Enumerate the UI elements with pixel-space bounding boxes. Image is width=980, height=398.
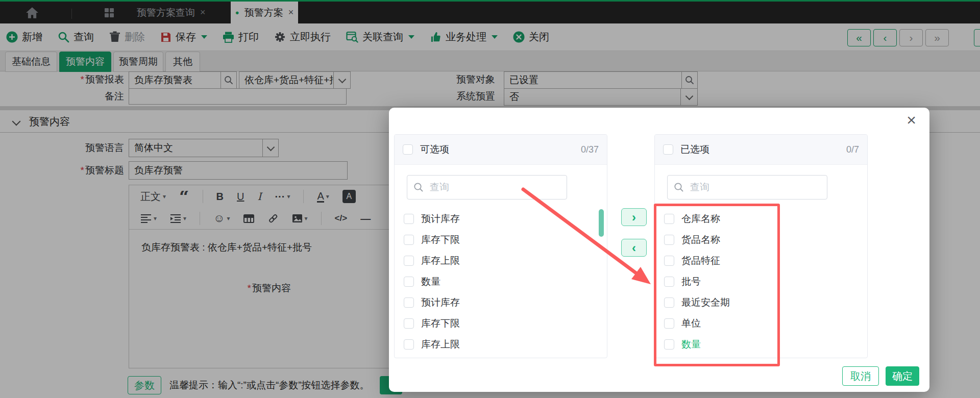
list-item[interactable]: 数量 <box>395 271 607 292</box>
selected-panel-header: 已选项 0/7 <box>655 135 867 165</box>
item-label: 最近安全期 <box>681 296 730 309</box>
field-select-dialog: × 可选项 0/37 预计库存 库存下限 库存上限 数量 预计库存 库存下限 库… <box>389 108 929 392</box>
screen: 预警方案查询 × ● 预警方案 × 新增 查询 删除 保 <box>0 0 980 398</box>
item-label: 仓库名称 <box>681 212 720 226</box>
list-item[interactable]: 库存上限 <box>395 334 607 355</box>
checkbox[interactable] <box>664 339 674 350</box>
checkbox[interactable] <box>664 277 674 287</box>
available-panel-header: 可选项 0/37 <box>395 135 607 165</box>
checkbox[interactable] <box>664 214 674 224</box>
item-label: 货品名称 <box>681 233 720 246</box>
list-item[interactable]: 货品特征 <box>655 250 867 271</box>
selected-panel-title: 已选项 <box>680 143 709 156</box>
checkbox[interactable] <box>664 256 674 266</box>
list-item[interactable]: 批号 <box>655 271 867 292</box>
checkbox[interactable] <box>404 256 414 266</box>
checkbox[interactable] <box>664 235 674 245</box>
list-item[interactable]: 数量 <box>655 334 867 355</box>
item-label: 库存上限 <box>421 338 460 351</box>
list-item[interactable]: 预计库存 <box>395 292 607 313</box>
item-label: 预计库存 <box>421 296 460 309</box>
available-count: 0/37 <box>581 144 599 155</box>
search-icon <box>413 182 424 192</box>
select-all-checkbox[interactable] <box>403 144 413 155</box>
dialog-close-icon[interactable]: × <box>906 111 916 129</box>
checkbox[interactable] <box>404 297 414 308</box>
available-search-input[interactable] <box>429 181 560 193</box>
scrollbar-thumb[interactable] <box>599 209 604 237</box>
list-item[interactable]: 预计库存 <box>395 208 607 229</box>
available-list: 预计库存 库存下限 库存上限 数量 预计库存 库存下限 库存上限 <box>395 208 607 355</box>
selected-search-input[interactable] <box>689 181 821 193</box>
list-item[interactable]: 仓库名称 <box>655 208 867 229</box>
selected-count: 0/7 <box>846 144 859 155</box>
item-label: 库存下限 <box>421 317 460 330</box>
item-label: 数量 <box>421 275 440 288</box>
available-search-box[interactable] <box>407 175 567 200</box>
select-all-checkbox[interactable] <box>663 144 673 155</box>
checkbox[interactable] <box>664 318 674 329</box>
list-item[interactable]: 单位 <box>655 313 867 334</box>
move-left-button[interactable]: ‹ <box>621 239 647 257</box>
checkbox[interactable] <box>404 214 414 224</box>
item-label: 数量 <box>681 338 701 351</box>
checkbox[interactable] <box>404 277 414 287</box>
checkbox[interactable] <box>664 297 674 308</box>
cancel-button[interactable]: 取消 <box>842 366 879 386</box>
item-label: 库存下限 <box>421 233 460 246</box>
item-label: 预计库存 <box>421 212 460 226</box>
list-item[interactable]: 库存下限 <box>395 313 607 334</box>
list-item[interactable]: 库存下限 <box>395 229 607 250</box>
item-label: 单位 <box>681 317 701 330</box>
checkbox[interactable] <box>404 318 414 329</box>
confirm-button[interactable]: 确定 <box>886 366 919 386</box>
available-panel-title: 可选项 <box>420 143 449 156</box>
checkbox[interactable] <box>404 339 414 350</box>
selected-list: 仓库名称 货品名称 货品特征 批号 最近安全期 单位 数量 <box>655 208 867 355</box>
selected-search-box[interactable] <box>667 175 827 200</box>
available-panel: 可选项 0/37 预计库存 库存下限 库存上限 数量 预计库存 库存下限 库存上… <box>394 134 607 358</box>
search-icon <box>674 182 684 192</box>
list-item[interactable]: 最近安全期 <box>655 292 867 313</box>
list-item[interactable]: 货品名称 <box>655 229 867 250</box>
move-right-button[interactable]: › <box>621 208 647 226</box>
list-item[interactable]: 库存上限 <box>395 250 607 271</box>
item-label: 批号 <box>681 275 701 288</box>
checkbox[interactable] <box>404 235 414 245</box>
item-label: 库存上限 <box>421 254 460 267</box>
item-label: 货品特征 <box>681 254 720 267</box>
selected-panel: 已选项 0/7 仓库名称 货品名称 货品特征 批号 最近安全期 单位 数量 <box>654 134 868 358</box>
